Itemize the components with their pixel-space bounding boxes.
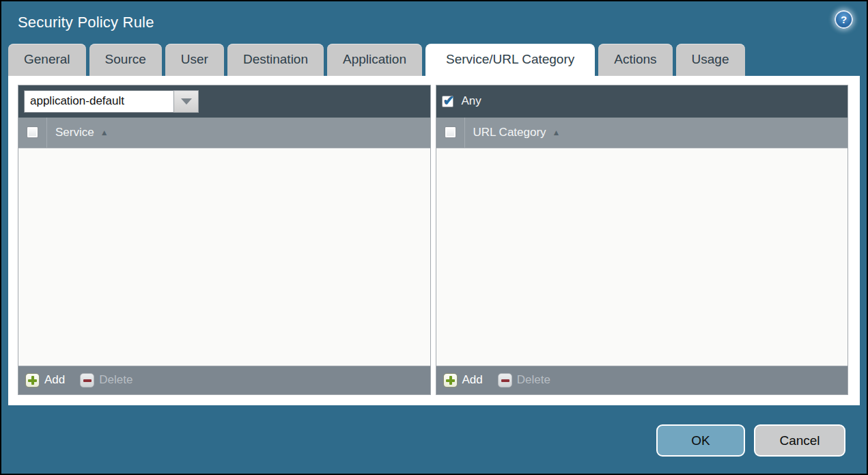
- tab-application[interactable]: Application: [327, 44, 422, 76]
- tab-source[interactable]: Source: [89, 44, 162, 76]
- cancel-button[interactable]: Cancel: [754, 424, 845, 457]
- url-category-panel-toolbar: Any: [436, 85, 848, 118]
- service-panel: Service ▲ Add Delete: [18, 85, 431, 395]
- dialog-titlebar: Security Policy Rule ?: [1, 1, 867, 44]
- service-select-all-cell: [18, 118, 47, 148]
- service-delete-label: Delete: [99, 373, 132, 387]
- url-category-column-header-row: URL Category ▲: [436, 118, 848, 148]
- tab-general[interactable]: General: [8, 44, 86, 76]
- service-select-all-checkbox[interactable]: [27, 126, 38, 138]
- dialog-title: Security Policy Rule: [18, 14, 154, 31]
- dialog-button-bar: OK Cancel: [1, 405, 867, 474]
- url-category-select-all-checkbox[interactable]: [445, 126, 456, 138]
- url-category-delete-label: Delete: [517, 373, 550, 387]
- sort-ascending-icon: ▲: [100, 128, 109, 137]
- tab-user[interactable]: User: [165, 44, 224, 76]
- url-category-panel: Any URL Category ▲ Add Delete: [436, 85, 849, 395]
- service-type-dropdown-value[interactable]: [24, 90, 173, 113]
- tab-usage[interactable]: Usage: [676, 44, 745, 76]
- add-plus-icon: [25, 373, 40, 388]
- url-category-select-all-cell: [436, 118, 465, 148]
- service-delete-button[interactable]: Delete: [80, 373, 132, 388]
- tab-bar: General Source User Destination Applicat…: [1, 44, 867, 76]
- service-column-header-row: Service ▲: [18, 118, 430, 148]
- service-panel-toolbar: [18, 85, 430, 118]
- url-category-add-button[interactable]: Add: [443, 373, 483, 388]
- tab-destination[interactable]: Destination: [227, 44, 324, 76]
- service-list-body[interactable]: [18, 148, 430, 366]
- tab-service-url-category[interactable]: Service/URL Category: [425, 44, 595, 76]
- url-category-column-header[interactable]: URL Category ▲: [465, 118, 561, 148]
- help-icon[interactable]: ?: [835, 10, 853, 29]
- url-category-column-label: URL Category: [473, 126, 546, 139]
- delete-minus-icon: [80, 373, 94, 388]
- any-checkbox[interactable]: [442, 96, 453, 107]
- security-policy-rule-dialog: Security Policy Rule ? General Source Us…: [0, 0, 868, 475]
- url-category-list-body[interactable]: [436, 148, 848, 366]
- url-category-add-label: Add: [462, 373, 483, 387]
- service-column-label: Service: [55, 126, 94, 139]
- delete-minus-icon: [498, 373, 512, 388]
- url-category-panel-footer: Add Delete: [436, 366, 848, 394]
- service-column-header[interactable]: Service ▲: [47, 118, 109, 148]
- any-label: Any: [462, 94, 481, 108]
- tab-actions[interactable]: Actions: [598, 44, 672, 76]
- service-type-dropdown[interactable]: [24, 90, 199, 113]
- tab-content-area: Service ▲ Add Delete Any: [8, 76, 860, 406]
- url-category-delete-button[interactable]: Delete: [498, 373, 550, 388]
- service-panel-footer: Add Delete: [18, 366, 430, 394]
- service-add-button[interactable]: Add: [25, 373, 65, 388]
- add-plus-icon: [443, 373, 458, 388]
- ok-button[interactable]: OK: [656, 424, 745, 457]
- chevron-down-icon: [181, 98, 192, 105]
- sort-ascending-icon: ▲: [552, 128, 561, 137]
- service-add-label: Add: [44, 373, 65, 387]
- service-type-dropdown-button[interactable]: [173, 90, 199, 113]
